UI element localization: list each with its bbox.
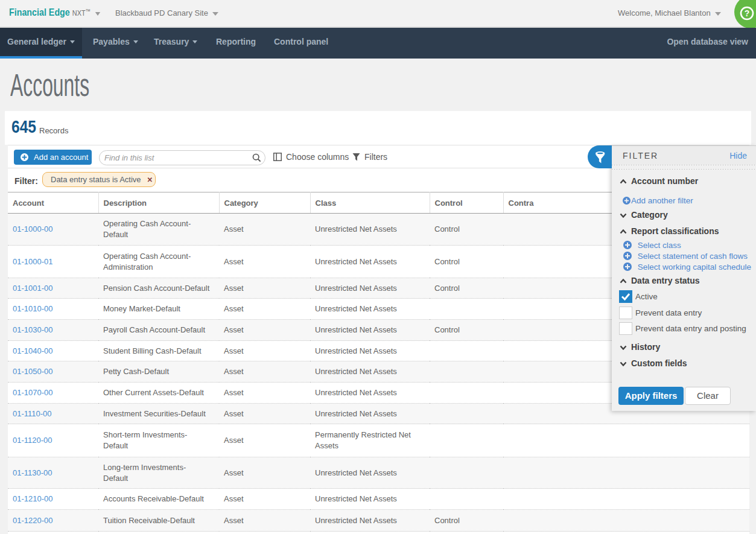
svg-text:?: ? [745, 8, 750, 18]
